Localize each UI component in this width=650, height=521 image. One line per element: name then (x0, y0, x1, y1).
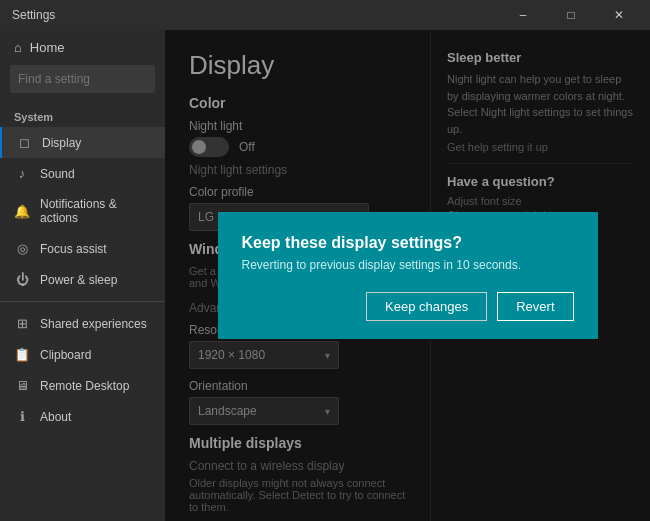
sidebar-item-shared[interactable]: ⊞ Shared experiences (0, 308, 165, 339)
sidebar-label-power: Power & sleep (40, 273, 117, 287)
system-section-label: System (0, 103, 165, 127)
modal-subtitle: Reverting to previous display settings i… (242, 258, 574, 272)
maximize-button[interactable]: □ (548, 0, 594, 30)
sidebar-item-home[interactable]: ⌂ Home (0, 30, 165, 65)
modal-dialog: Keep these display settings? Reverting t… (218, 212, 598, 339)
minimize-button[interactable]: – (500, 0, 546, 30)
sidebar-item-power[interactable]: ⏻ Power & sleep (0, 264, 165, 295)
notifications-icon: 🔔 (14, 204, 30, 219)
sidebar-home-label: Home (30, 40, 65, 55)
keep-changes-button[interactable]: Keep changes (366, 292, 487, 321)
sound-icon: ♪ (14, 166, 30, 181)
remote-icon: 🖥 (14, 378, 30, 393)
revert-button[interactable]: Revert (497, 292, 573, 321)
sidebar: ⌂ Home System ◻ Display ♪ Sound 🔔 Notifi… (0, 30, 165, 521)
clipboard-icon: 📋 (14, 347, 30, 362)
sidebar-label-shared: Shared experiences (40, 317, 147, 331)
shared-icon: ⊞ (14, 316, 30, 331)
sidebar-label-clipboard: Clipboard (40, 348, 91, 362)
sidebar-label-sound: Sound (40, 167, 75, 181)
about-icon: ℹ (14, 409, 30, 424)
title-bar-controls: – □ ✕ (500, 0, 642, 30)
sidebar-item-clipboard[interactable]: 📋 Clipboard (0, 339, 165, 370)
sidebar-item-about[interactable]: ℹ About (0, 401, 165, 432)
power-icon: ⏻ (14, 272, 30, 287)
modal-buttons: Keep changes Revert (242, 292, 574, 321)
sidebar-item-notifications[interactable]: 🔔 Notifications & actions (0, 189, 165, 233)
focus-icon: ◎ (14, 241, 30, 256)
sidebar-item-remote[interactable]: 🖥 Remote Desktop (0, 370, 165, 401)
modal-title: Keep these display settings? (242, 234, 574, 252)
sidebar-label-focus: Focus assist (40, 242, 107, 256)
sidebar-label-remote: Remote Desktop (40, 379, 129, 393)
sidebar-item-sound[interactable]: ♪ Sound (0, 158, 165, 189)
sidebar-label-about: About (40, 410, 71, 424)
modal-overlay: Keep these display settings? Reverting t… (165, 30, 650, 521)
home-icon: ⌂ (14, 40, 22, 55)
sidebar-item-display[interactable]: ◻ Display (0, 127, 165, 158)
title-bar-title: Settings (12, 8, 55, 22)
search-input[interactable] (10, 65, 155, 93)
sidebar-label-notifications: Notifications & actions (40, 197, 151, 225)
display-icon: ◻ (16, 135, 32, 150)
title-bar: Settings – □ ✕ (0, 0, 650, 30)
app-body: ⌂ Home System ◻ Display ♪ Sound 🔔 Notifi… (0, 30, 650, 521)
close-button[interactable]: ✕ (596, 0, 642, 30)
sidebar-label-display: Display (42, 136, 81, 150)
sidebar-item-focus[interactable]: ◎ Focus assist (0, 233, 165, 264)
sidebar-divider (0, 301, 165, 302)
